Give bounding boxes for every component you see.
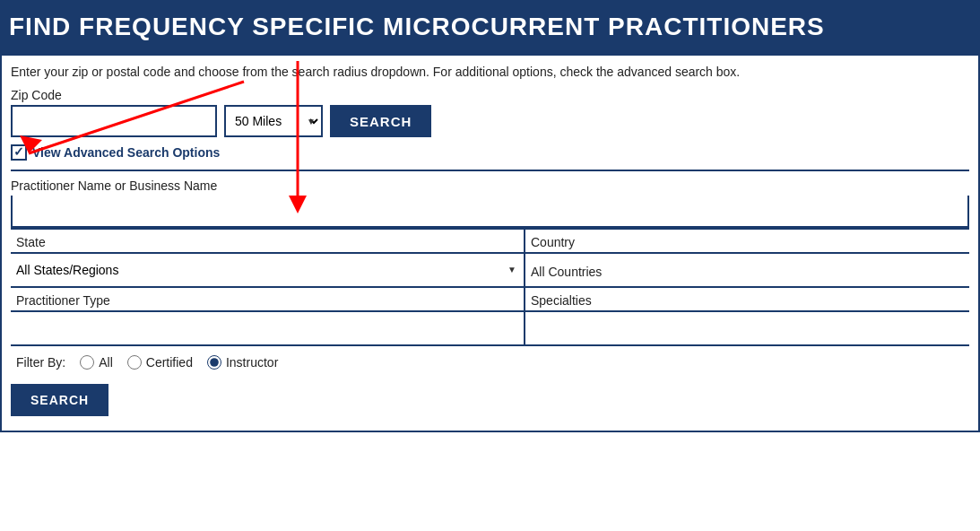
practitioner-name-label: Practitioner Name or Business Name <box>11 178 969 193</box>
bottom-search-wrapper: SEARCH <box>11 379 969 422</box>
filter-all-radio[interactable] <box>80 355 94 370</box>
specialties-col: Specialties <box>525 288 969 344</box>
filter-all-option[interactable]: All <box>80 355 113 370</box>
filter-instructor-option[interactable]: Instructor <box>207 355 278 370</box>
filter-by-label: Filter By: <box>16 355 65 370</box>
state-select-wrapper: All States/Regions Alabama Alaska Arizon… <box>11 252 524 286</box>
miles-select-wrapper: 10 Miles 25 Miles 50 Miles 100 Miles 250… <box>224 105 323 137</box>
content-area: Enter your zip or postal code and choose… <box>0 54 980 432</box>
search-button-top[interactable]: SEARCH <box>330 105 431 137</box>
filter-all-label[interactable]: All <box>99 355 113 370</box>
filter-certified-label[interactable]: Certified <box>146 355 193 370</box>
filter-instructor-radio[interactable] <box>207 355 221 370</box>
section-divider-1 <box>11 170 969 171</box>
page-header: FIND FREQUENCY SPECIFIC MICROCURRENT PRA… <box>0 0 980 54</box>
state-col: State All States/Regions Alabama Alaska … <box>11 230 525 286</box>
country-value: All Countries <box>525 252 969 286</box>
country-col: Country All Countries <box>525 230 969 286</box>
page-wrapper: FIND FREQUENCY SPECIFIC MICROCURRENT PRA… <box>0 0 980 432</box>
practitioner-type-input[interactable] <box>11 310 524 344</box>
search-button-bottom[interactable]: SEARCH <box>11 384 108 416</box>
zip-row: 10 Miles 25 Miles 50 Miles 100 Miles 250… <box>11 105 969 137</box>
specialties-input[interactable] <box>525 310 969 344</box>
zip-label: Zip Code <box>11 88 969 102</box>
zip-input[interactable] <box>11 105 217 137</box>
specialties-label: Specialties <box>525 288 969 310</box>
practitioner-type-col: Practitioner Type <box>11 288 525 344</box>
page-title: FIND FREQUENCY SPECIFIC MICROCURRENT PRA… <box>9 13 971 41</box>
filter-row: Filter By: All Certified Instructor <box>11 344 969 379</box>
practitioner-name-wrapper <box>11 196 969 228</box>
advanced-search-row: View Advanced Search Options <box>11 144 969 161</box>
filter-certified-option[interactable]: Certified <box>127 355 193 370</box>
miles-select[interactable]: 10 Miles 25 Miles 50 Miles 100 Miles 250… <box>224 105 323 137</box>
practitioner-type-label: Practitioner Type <box>11 288 524 310</box>
state-select[interactable]: All States/Regions Alabama Alaska Arizon… <box>11 252 524 286</box>
advanced-search-label[interactable]: View Advanced Search Options <box>32 145 220 160</box>
instruction-text: Enter your zip or postal code and choose… <box>11 65 969 79</box>
advanced-search-checkbox[interactable] <box>11 144 27 161</box>
state-label: State <box>11 230 524 252</box>
filter-instructor-label[interactable]: Instructor <box>226 355 278 370</box>
practitioner-name-input[interactable] <box>11 196 969 228</box>
filter-certified-radio[interactable] <box>127 355 142 370</box>
country-label: Country <box>525 230 969 252</box>
state-country-row: State All States/Regions Alabama Alaska … <box>11 228 969 286</box>
practitioner-specialties-row: Practitioner Type Specialties <box>11 286 969 344</box>
